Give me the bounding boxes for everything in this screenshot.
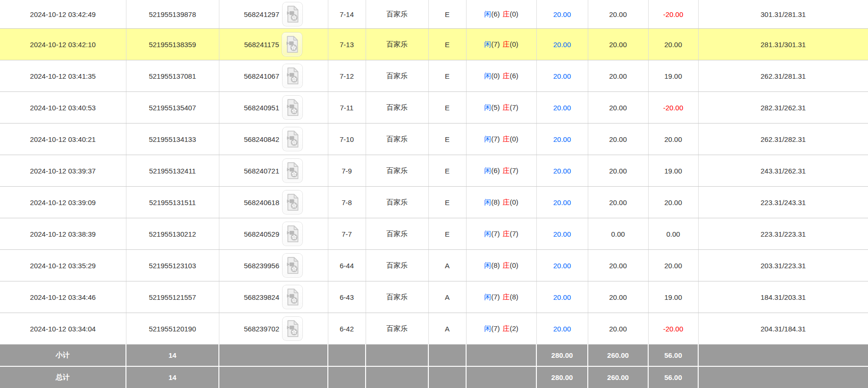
summary-row: 小计 14 280.00 260.00 56.00 — [0, 345, 868, 367]
bet-amount[interactable]: 20.00 — [536, 218, 588, 250]
table-row[interactable]: 2024-10-12 03:42:49 521955139878 5682412… — [0, 0, 868, 29]
valid-bet: 20.00 — [588, 60, 648, 92]
round-id-cell: 568241067 — [219, 60, 328, 92]
balance: 262.31/282.31 — [698, 124, 868, 155]
player-label: 闲 — [484, 135, 491, 143]
bet-time: 2024-10-12 03:41:35 — [0, 60, 126, 92]
video-replay-button[interactable] — [282, 127, 303, 151]
banker-label: 庄 — [503, 198, 510, 206]
table-code: E — [428, 92, 466, 124]
game-result: 闲(0)庄(6) — [466, 60, 536, 92]
video-replay-button[interactable] — [282, 158, 303, 183]
game-name: 百家乐 — [366, 0, 428, 29]
table-row[interactable]: 2024-10-12 03:41:35 521955137081 5682410… — [0, 60, 868, 92]
summary-empty-cell — [219, 366, 328, 388]
win-loss: 20.00 — [648, 29, 698, 60]
shoe-round: 6-42 — [328, 313, 366, 345]
table-row[interactable]: 2024-10-12 03:39:09 521955131511 5682406… — [0, 187, 868, 218]
win-loss: 20.00 — [648, 124, 698, 155]
banker-points: (7) — [510, 230, 518, 238]
player-label: 闲 — [484, 40, 491, 48]
banker-points: (0) — [510, 198, 518, 206]
bet-amount[interactable]: 20.00 — [536, 0, 588, 29]
video-replay-button[interactable] — [282, 316, 303, 341]
valid-bet: 20.00 — [588, 250, 648, 281]
win-loss: 19.00 — [648, 281, 698, 313]
player-points: (7) — [491, 230, 500, 238]
round-id-cell: 568239702 — [219, 313, 328, 345]
banker-points: (6) — [510, 72, 518, 80]
player-label: 闲 — [484, 72, 491, 80]
bet-amount[interactable]: 20.00 — [536, 92, 588, 124]
round-id: 568240618 — [244, 198, 279, 206]
bet-amount[interactable]: 20.00 — [536, 281, 588, 313]
player-points: (7) — [491, 40, 500, 48]
summary-empty-cell — [466, 345, 536, 367]
banker-points: (0) — [510, 135, 518, 143]
video-replay-button[interactable] — [282, 64, 303, 88]
video-replay-button[interactable] — [282, 190, 303, 215]
table-row[interactable]: 2024-10-12 03:39:37 521955132411 5682407… — [0, 155, 868, 187]
video-replay-button[interactable] — [282, 222, 303, 246]
game-result: 闲(7)庄(0) — [466, 29, 536, 60]
bet-amount[interactable]: 20.00 — [536, 250, 588, 281]
video-replay-button[interactable] — [282, 32, 302, 57]
banker-points: (0) — [510, 261, 518, 269]
video-replay-button[interactable] — [282, 253, 303, 278]
player-label: 闲 — [484, 230, 491, 238]
table-row[interactable]: 2024-10-12 03:34:04 521955120190 5682397… — [0, 313, 868, 345]
summary-empty-cell — [698, 366, 868, 388]
bet-time: 2024-10-12 03:38:39 — [0, 218, 126, 250]
table-row[interactable]: 2024-10-12 03:40:21 521955134133 5682408… — [0, 124, 868, 155]
game-name: 百家乐 — [366, 313, 428, 345]
bet-time: 2024-10-12 03:40:53 — [0, 92, 126, 124]
shoe-round: 7-8 — [328, 187, 366, 218]
banker-label: 庄 — [503, 324, 510, 332]
order-id: 521955138359 — [126, 29, 219, 60]
table-row[interactable]: 2024-10-12 03:42:10 521955138359 5682411… — [0, 29, 868, 60]
bet-amount[interactable]: 20.00 — [536, 60, 588, 92]
video-replay-button[interactable] — [282, 95, 303, 120]
player-points: (7) — [491, 324, 500, 332]
summary-empty-cell — [466, 366, 536, 388]
round-id: 568241067 — [244, 72, 279, 80]
video-replay-button[interactable] — [282, 285, 303, 309]
valid-bet: 20.00 — [588, 0, 648, 29]
win-loss: 19.00 — [648, 60, 698, 92]
shoe-round: 7-7 — [328, 218, 366, 250]
table-row[interactable]: 2024-10-12 03:40:53 521955135407 5682409… — [0, 92, 868, 124]
summary-row: 总计 14 280.00 260.00 56.00 — [0, 366, 868, 388]
win-loss: -20.00 — [648, 313, 698, 345]
summary-empty-cell — [328, 345, 366, 367]
table-code: A — [428, 281, 466, 313]
banker-label: 庄 — [503, 103, 510, 111]
table-row[interactable]: 2024-10-12 03:34:46 521955121557 5682398… — [0, 281, 868, 313]
table-code: A — [428, 313, 466, 345]
bet-amount[interactable]: 20.00 — [536, 187, 588, 218]
summary-winloss-total: 56.00 — [648, 345, 698, 367]
bet-amount[interactable]: 20.00 — [536, 155, 588, 187]
bet-time: 2024-10-12 03:39:37 — [0, 155, 126, 187]
video-replay-button[interactable] — [282, 2, 303, 26]
bet-amount[interactable]: 20.00 — [536, 29, 588, 60]
table-code: E — [428, 29, 466, 60]
shoe-round: 6-43 — [328, 281, 366, 313]
summary-empty-cell — [219, 345, 328, 367]
summary-empty-cell — [698, 345, 868, 367]
table-row[interactable]: 2024-10-12 03:35:29 521955123103 5682399… — [0, 250, 868, 281]
player-label: 闲 — [484, 324, 491, 332]
banker-label: 庄 — [503, 261, 510, 269]
round-id: 568240529 — [244, 230, 279, 238]
bet-time: 2024-10-12 03:34:46 — [0, 281, 126, 313]
player-label: 闲 — [484, 261, 491, 269]
summary-valid-total: 260.00 — [588, 345, 648, 367]
table-code: E — [428, 218, 466, 250]
round-id-cell: 568239824 — [219, 281, 328, 313]
bet-amount[interactable]: 20.00 — [536, 124, 588, 155]
order-id: 521955123103 — [126, 250, 219, 281]
banker-label: 庄 — [503, 293, 510, 301]
bet-amount[interactable]: 20.00 — [536, 313, 588, 345]
table-row[interactable]: 2024-10-12 03:38:39 521955130212 5682405… — [0, 218, 868, 250]
bet-time: 2024-10-12 03:40:21 — [0, 124, 126, 155]
balance: 243.31/262.31 — [698, 155, 868, 187]
